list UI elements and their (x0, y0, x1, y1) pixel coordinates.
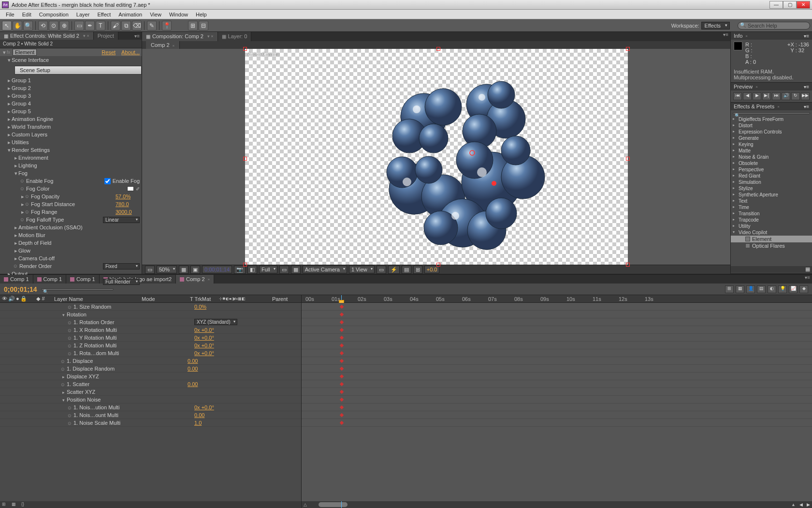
text-tool-icon[interactable]: T (96, 21, 105, 30)
draft-3d-icon[interactable]: ▦ (736, 285, 744, 293)
resolution-dropdown[interactable]: Full (259, 266, 277, 273)
timeline-track[interactable] (302, 380, 812, 388)
group-row[interactable]: ▸Group 4 (0, 100, 142, 107)
timeline-property-row[interactable]: ⊙1. Rotation OrderXYZ (Standard) (0, 318, 301, 326)
property-value[interactable]: 0.0% (194, 304, 206, 310)
stopwatch-icon[interactable]: ⊙ (20, 179, 26, 183)
preset-folder[interactable]: Trapcode (731, 217, 812, 223)
loop-button[interactable]: ↻ (791, 92, 800, 100)
clone-tool-icon[interactable]: ⧉ (121, 21, 131, 30)
disclosure-arrow-icon[interactable]: ▾ (62, 398, 65, 403)
motion-blur-icon[interactable]: ◐ (768, 285, 776, 293)
preset-folder[interactable]: Stylize (731, 185, 812, 192)
menu-window[interactable]: Window (165, 11, 192, 18)
bounds-handle[interactable] (243, 263, 247, 267)
keyframe-icon[interactable] (340, 398, 344, 402)
group-row[interactable]: ▸Group 5 (0, 107, 142, 115)
enable-fog-checkbox[interactable] (104, 178, 111, 184)
minimize-button[interactable]: — (769, 1, 783, 9)
glow-row[interactable]: ▸Glow (0, 247, 142, 254)
close-tab-icon[interactable]: ▾ × (83, 33, 89, 38)
mask-icon[interactable]: ▣ (190, 266, 200, 274)
timeline-track[interactable] (302, 311, 812, 318)
frame-blend-icon[interactable]: ▤ (757, 285, 766, 293)
solo-column-icon[interactable]: ● (16, 296, 19, 302)
timeline-track[interactable] (302, 388, 812, 396)
keyframe-icon[interactable] (340, 305, 344, 309)
stopwatch-icon[interactable]: ⊙ (68, 344, 72, 348)
bounds-handle[interactable] (626, 157, 630, 161)
panel-menu-icon[interactable]: ▾≡ (803, 275, 812, 284)
zoom-out-icon[interactable]: △ (304, 502, 307, 507)
grid-tool-icon[interactable]: ⊟ (199, 21, 208, 30)
property-value[interactable]: 0.00 (188, 381, 198, 387)
keyframe-icon[interactable] (340, 421, 344, 425)
timeline-property-row[interactable]: ⊙1. Nois…ount Multi0.00 (0, 411, 301, 419)
timeline-track[interactable] (302, 419, 812, 427)
property-dropdown[interactable]: XYZ (Standard) (194, 319, 237, 325)
magnify-icon[interactable]: ▭ (145, 266, 155, 274)
ram-preview-button[interactable]: ▶▶ (801, 92, 810, 100)
preset-folder[interactable]: Expression Controls (731, 129, 812, 135)
puppet-tool-icon[interactable]: 📍 (162, 21, 172, 30)
eyedropper-icon[interactable]: ✐ (136, 186, 140, 192)
keyframe-icon[interactable] (340, 413, 344, 417)
transparency-icon[interactable]: ▦ (291, 266, 301, 274)
timeline-timecode[interactable]: 0;00;01;14 (4, 285, 37, 293)
section-row[interactable]: ▸Utilities (0, 138, 142, 146)
collapse-arrow-icon[interactable]: ▾ (2, 49, 7, 56)
property-value[interactable]: 0.00 (188, 366, 198, 372)
last-frame-button[interactable]: ⏭ (772, 92, 781, 100)
timeline-search-input[interactable] (41, 288, 114, 290)
preset-folder[interactable]: Matte (731, 148, 812, 154)
timeline-track[interactable] (302, 396, 812, 403)
timeline-property-row[interactable]: ⊙1. Nois…ution Multi0x +0.0° (0, 403, 301, 411)
speaker-column-icon[interactable]: 🔊 (8, 296, 15, 302)
panel-menu-icon[interactable]: ▾≡ (132, 33, 142, 39)
timeline-track[interactable] (302, 349, 812, 357)
bounds-handle[interactable] (626, 263, 630, 267)
timeline-track[interactable] (302, 303, 812, 311)
keyframe-icon[interactable] (340, 328, 344, 332)
search-help-input[interactable]: Search Help (738, 22, 810, 30)
about-link[interactable]: About... (121, 49, 140, 55)
zoom-in-icon[interactable]: ▲ (791, 502, 796, 507)
effects-search-input[interactable] (733, 112, 810, 114)
fog-start-value[interactable]: 780.0 (116, 201, 140, 207)
reset-link[interactable]: Reset (102, 49, 116, 55)
keyframe-icon[interactable] (340, 390, 344, 394)
parent-column[interactable]: Parent (272, 296, 301, 302)
keyframe-icon[interactable] (340, 405, 344, 409)
environment-row[interactable]: ▸Environment (0, 154, 142, 162)
effects-presets-header[interactable]: Effects & Presets×▾≡ (731, 103, 812, 110)
bounds-handle[interactable] (626, 47, 630, 51)
preset-folder[interactable]: Utility (731, 223, 812, 229)
timeline-track[interactable] (302, 326, 812, 334)
timeline-property-row[interactable]: ⊙1. Size Random0.0% (0, 303, 301, 311)
comp-mini-flow-icon[interactable]: ⊞ (725, 285, 734, 293)
effects-preset-list[interactable]: Digieffects FreeForm Distort Expression … (731, 116, 812, 266)
timeline-tab[interactable]: Comp 1 (33, 275, 67, 284)
eraser-tool-icon[interactable]: ⌫ (132, 21, 142, 30)
zoom-dropdown[interactable]: 50% (157, 266, 177, 273)
fog-color-swatch[interactable] (127, 186, 134, 191)
keyframe-icon[interactable] (340, 382, 344, 386)
fog-range-value[interactable]: 3000.0 (116, 209, 140, 215)
property-value[interactable]: 1.0 (194, 420, 202, 426)
brush-tool-icon[interactable]: 🖌 (111, 21, 120, 30)
timeline-track[interactable] (302, 411, 812, 419)
group-row[interactable]: ▸Group 3 (0, 92, 142, 100)
keyframe-icon[interactable] (340, 359, 344, 363)
graph-editor-icon[interactable]: 📈 (789, 285, 798, 293)
preset-folder[interactable]: Transition (731, 210, 812, 217)
panel-footer-icon[interactable]: ▦ (731, 266, 812, 273)
timeline-property-row[interactable]: ⊙1. Y Rotation Multi0x +0.0° (0, 334, 301, 342)
timeline-property-row[interactable]: ▸Displace XYZ (0, 373, 301, 380)
timeline-track[interactable] (302, 357, 812, 365)
scroll-right-icon[interactable]: ▶ (807, 502, 810, 507)
keyframe-icon[interactable] (340, 313, 344, 316)
timeline-track[interactable] (302, 365, 812, 373)
property-value[interactable]: 0x +0.0° (194, 335, 214, 341)
timeline-property-row[interactable]: ⊙1. X Rotation Multi0x +0.0° (0, 326, 301, 334)
stopwatch-icon[interactable]: ⊙ (68, 405, 72, 410)
